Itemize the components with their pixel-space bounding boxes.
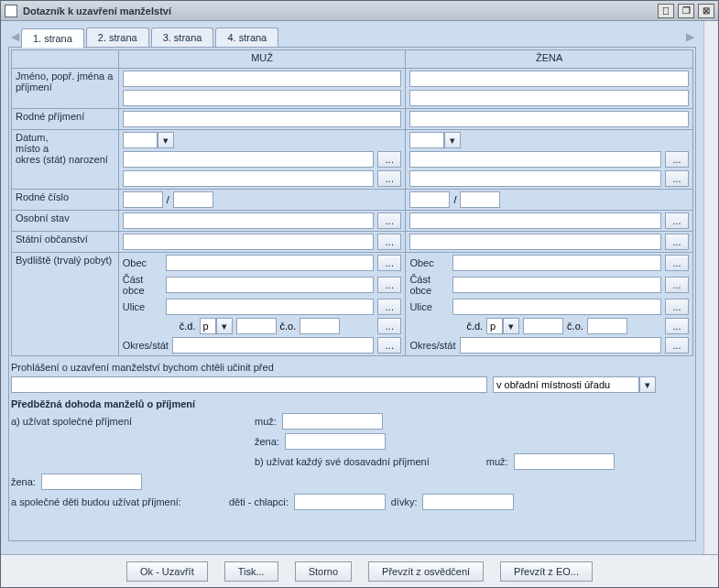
label-status: Osobní stav xyxy=(12,211,119,232)
woman-status[interactable] xyxy=(409,212,661,229)
man-citizenship[interactable] xyxy=(123,234,375,250)
surname-heading: Předběžná dohoda manželů o příjmení xyxy=(11,398,195,409)
woman-obec-lookup-button[interactable]: ... xyxy=(665,255,689,271)
man-birth-district[interactable] xyxy=(123,170,375,187)
dropdown-arrow-icon[interactable]: ▾ xyxy=(216,318,233,334)
woman-birth-date[interactable] xyxy=(409,132,444,148)
man-birth-date-dropdown[interactable]: ▾ xyxy=(123,132,174,148)
cancel-button[interactable]: Storno xyxy=(295,561,352,582)
form-grid: MUŽ ŽENA Jméno, popř. jména a příjmení xyxy=(11,49,693,356)
man-cd[interactable] xyxy=(236,318,277,334)
surname-common-woman[interactable] xyxy=(285,433,386,450)
man-cd-type[interactable] xyxy=(200,318,216,334)
surname-boys-label: děti - chlapci: xyxy=(229,496,289,507)
woman-cd-type-dropdown[interactable]: ▾ xyxy=(486,318,519,334)
vertical-scrollbar[interactable] xyxy=(703,21,718,554)
woman-rc-b[interactable] xyxy=(460,191,500,208)
surname-girls-input[interactable] xyxy=(422,494,514,510)
minimize-button[interactable]: ⎕ xyxy=(658,4,674,18)
man-citizenship-lookup-button[interactable]: ... xyxy=(377,234,401,250)
surname-kids-text: a společné děti budou užívat příjmení: xyxy=(11,496,181,507)
surname-boys-input[interactable] xyxy=(294,494,386,510)
sublabel-co: č.o. xyxy=(567,321,583,332)
import-from-certificate-button[interactable]: Převzít z osvědčení xyxy=(368,561,484,582)
ok-close-button[interactable]: Ok - Uzavřít xyxy=(126,561,208,582)
print-button[interactable]: Tisk... xyxy=(224,561,278,582)
surname-common-man[interactable] xyxy=(282,413,383,430)
label-residence: Bydliště (trvalý pobyt) xyxy=(12,253,119,356)
dropdown-arrow-icon[interactable]: ▾ xyxy=(639,376,656,393)
man-rc-a[interactable] xyxy=(123,191,163,208)
sublabel-obec: Obec xyxy=(409,257,449,268)
dropdown-arrow-icon[interactable]: ▾ xyxy=(158,132,174,148)
tab-scroll-right-icon[interactable]: ▶ xyxy=(683,28,696,45)
woman-okres[interactable] xyxy=(460,337,662,354)
woman-birth-district-lookup-button[interactable]: ... xyxy=(665,170,689,187)
woman-cast-lookup-button[interactable]: ... xyxy=(665,277,689,293)
man-ulice-lookup-button[interactable]: ... xyxy=(377,299,401,315)
woman-ulice-lookup-button[interactable]: ... xyxy=(665,299,689,315)
woman-ulice[interactable] xyxy=(452,299,661,315)
sublabel-cd: č.d. xyxy=(466,321,483,332)
woman-birth-name[interactable] xyxy=(409,111,689,127)
surname-own-woman[interactable] xyxy=(41,474,142,490)
woman-birth-place[interactable] xyxy=(409,151,661,168)
woman-citizenship[interactable] xyxy=(409,234,661,250)
man-co[interactable] xyxy=(300,318,340,334)
man-name-2[interactable] xyxy=(123,90,402,106)
surname-zena-label-2: žena: xyxy=(11,476,36,487)
tab-page-3[interactable]: 3. strana xyxy=(151,27,214,47)
man-obec[interactable] xyxy=(166,255,375,271)
man-birth-date[interactable] xyxy=(123,132,158,148)
man-birth-place[interactable] xyxy=(123,151,375,168)
declaration-place-dropdown[interactable]: ▾ xyxy=(493,376,656,393)
man-obec-lookup-button[interactable]: ... xyxy=(377,255,401,271)
tab-scroll-left-icon[interactable]: ◀ xyxy=(8,28,21,45)
woman-status-lookup-button[interactable]: ... xyxy=(665,212,689,229)
woman-citizenship-lookup-button[interactable]: ... xyxy=(665,234,689,250)
app-icon xyxy=(5,5,17,17)
man-okres[interactable] xyxy=(172,337,374,354)
woman-birth-date-dropdown[interactable]: ▾ xyxy=(409,132,461,148)
woman-cast[interactable] xyxy=(452,277,661,293)
woman-name-1[interactable] xyxy=(409,71,689,87)
declaration-place-input[interactable] xyxy=(493,376,639,393)
woman-birth-district[interactable] xyxy=(409,170,661,187)
man-rc-b[interactable] xyxy=(173,191,213,208)
woman-rc-a[interactable] xyxy=(409,191,450,208)
woman-cd[interactable] xyxy=(523,318,563,334)
man-status[interactable] xyxy=(123,212,375,229)
header-empty xyxy=(12,50,119,69)
header-man: MUŽ xyxy=(118,50,406,69)
dropdown-arrow-icon[interactable]: ▾ xyxy=(444,132,461,148)
woman-name-2[interactable] xyxy=(409,90,689,106)
woman-co-lookup-button[interactable]: ... xyxy=(665,318,689,334)
man-cast-lookup-button[interactable]: ... xyxy=(377,277,401,293)
close-button[interactable]: ⊠ xyxy=(698,4,714,18)
tab-page-4[interactable]: 4. strana xyxy=(215,27,278,47)
man-birth-place-lookup-button[interactable]: ... xyxy=(377,151,401,168)
woman-co[interactable] xyxy=(587,318,627,334)
tab-row: ◀ 1. strana 2. strana 3. strana 4. stran… xyxy=(8,27,696,47)
woman-obec[interactable] xyxy=(452,255,661,271)
man-birth-name[interactable] xyxy=(123,111,402,127)
surname-own-man[interactable] xyxy=(514,453,615,470)
tab-page-1[interactable]: 1. strana xyxy=(21,28,84,48)
man-cd-type-dropdown[interactable]: ▾ xyxy=(200,318,233,334)
man-okres-lookup-button[interactable]: ... xyxy=(377,337,401,354)
tab-page-2[interactable]: 2. strana xyxy=(86,27,149,47)
man-cast[interactable] xyxy=(166,277,375,293)
man-name-1[interactable] xyxy=(123,71,402,87)
declaration-before-input[interactable] xyxy=(11,376,487,393)
woman-okres-lookup-button[interactable]: ... xyxy=(665,337,689,354)
man-status-lookup-button[interactable]: ... xyxy=(377,212,401,229)
app-window: Dotazník k uzavření manželství ⎕ ❐ ⊠ ◀ 1… xyxy=(0,0,719,588)
man-birth-district-lookup-button[interactable]: ... xyxy=(377,170,401,187)
import-from-eo-button[interactable]: Převzít z EO... xyxy=(500,561,593,582)
woman-cd-type[interactable] xyxy=(486,318,503,334)
man-ulice[interactable] xyxy=(166,299,375,315)
man-co-lookup-button[interactable]: ... xyxy=(377,318,401,334)
maximize-button[interactable]: ❐ xyxy=(678,4,694,18)
woman-birth-place-lookup-button[interactable]: ... xyxy=(665,151,689,168)
dropdown-arrow-icon[interactable]: ▾ xyxy=(503,318,519,334)
